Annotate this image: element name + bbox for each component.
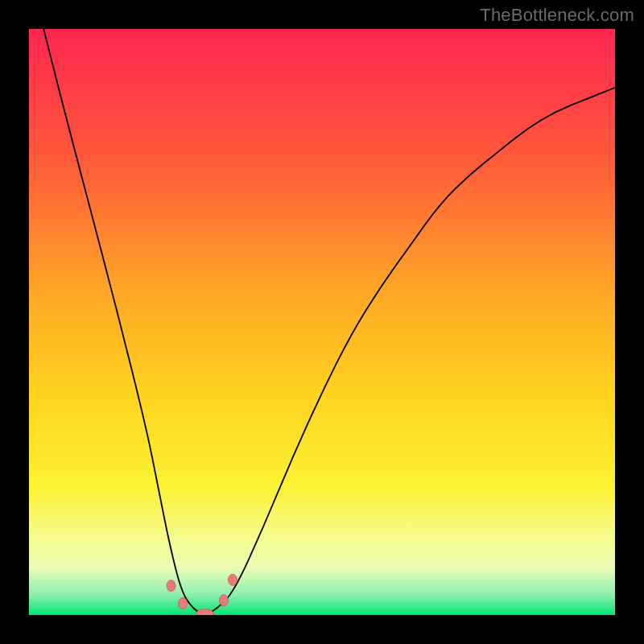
optimal-range-markers <box>167 574 237 615</box>
marker <box>220 595 229 606</box>
marker <box>167 580 175 592</box>
watermark-text: TheBottleneck.com <box>480 5 634 26</box>
marker <box>179 597 188 609</box>
marker <box>229 574 237 585</box>
marker <box>196 609 213 615</box>
chart-frame: TheBottleneck.com <box>0 0 644 644</box>
bottleneck-curve <box>29 29 615 613</box>
plot-area <box>29 29 615 615</box>
curve-layer <box>29 29 615 615</box>
